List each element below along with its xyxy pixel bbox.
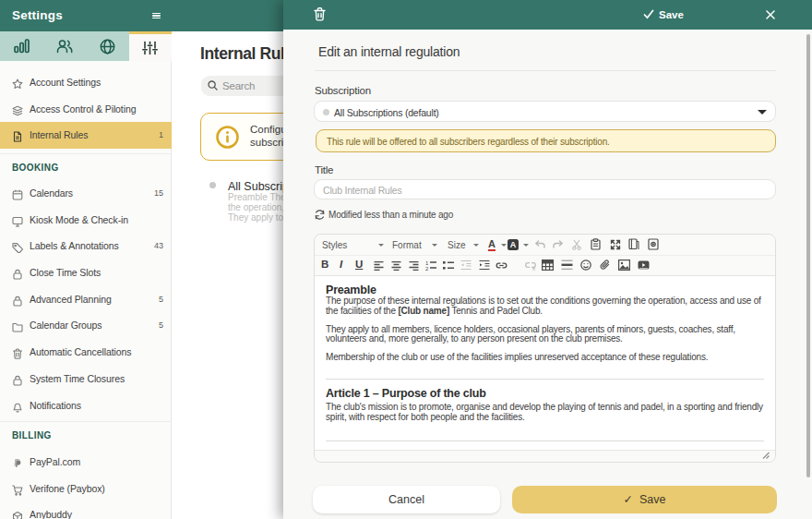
svg-text:2: 2 bbox=[425, 266, 429, 271]
